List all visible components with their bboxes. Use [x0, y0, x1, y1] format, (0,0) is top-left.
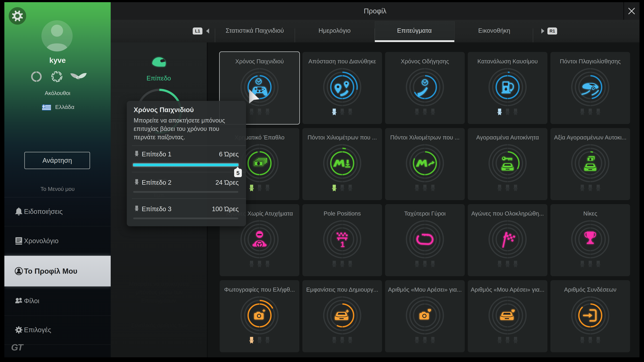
svg-text:1: 1 [340, 240, 345, 249]
svg-text:GT: GT [11, 343, 24, 352]
svg-text:Μπορείτε να αποκτήσετε: Μπορείτε να αποκτήσετε [129, 281, 190, 287]
svg-text:Συνολικός αριθμός των: Συνολικός αριθμός των [131, 322, 188, 329]
svg-text:μπόνους μέσω των: μπόνους μέσω των [136, 289, 183, 295]
svg-text:Επιτευγμάτων.: Επιτευγμάτων. [141, 298, 178, 304]
